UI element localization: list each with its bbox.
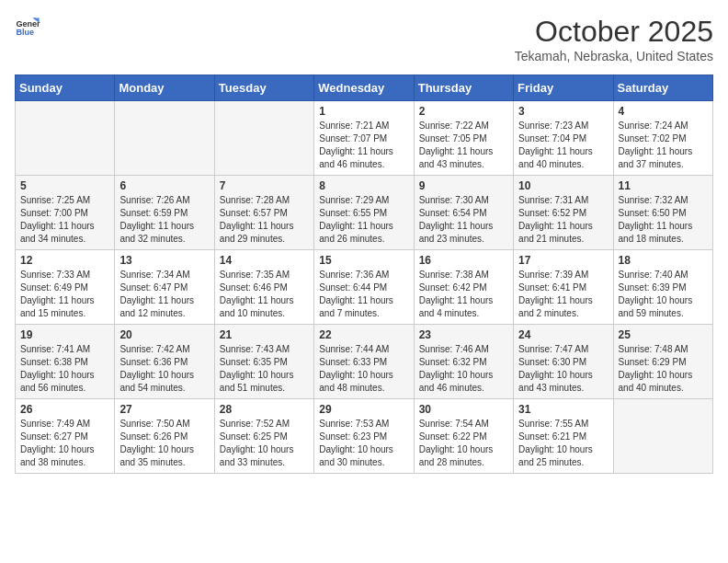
calendar-cell: 18Sunrise: 7:40 AM Sunset: 6:39 PM Dayli… [613,250,712,325]
month-title: October 2025 [515,15,713,49]
day-info: Sunrise: 7:22 AM Sunset: 7:05 PM Dayligh… [419,120,508,171]
calendar-cell: 26Sunrise: 7:49 AM Sunset: 6:27 PM Dayli… [16,399,115,474]
day-info: Sunrise: 7:46 AM Sunset: 6:32 PM Dayligh… [419,343,508,395]
day-number: 16 [419,254,508,267]
day-info: Sunrise: 7:41 AM Sunset: 6:38 PM Dayligh… [20,343,109,395]
calendar-cell [115,101,214,176]
calendar-cell: 29Sunrise: 7:53 AM Sunset: 6:23 PM Dayli… [314,399,414,474]
calendar-cell: 3Sunrise: 7:23 AM Sunset: 7:04 PM Daylig… [514,101,613,176]
day-number: 9 [419,179,508,192]
weekday-header-sunday: Sunday [16,75,115,101]
calendar-table: SundayMondayTuesdayWednesdayThursdayFrid… [15,75,713,474]
calendar-cell: 1Sunrise: 7:21 AM Sunset: 7:07 PM Daylig… [314,101,414,176]
day-number: 24 [518,328,608,341]
day-info: Sunrise: 7:36 AM Sunset: 6:44 PM Dayligh… [319,269,408,320]
day-number: 28 [220,403,309,416]
day-number: 8 [319,179,408,192]
day-info: Sunrise: 7:33 AM Sunset: 6:49 PM Dayligh… [20,269,109,320]
svg-text:Blue: Blue [16,28,34,37]
calendar-week-row: 19Sunrise: 7:41 AM Sunset: 6:38 PM Dayli… [16,325,713,399]
day-info: Sunrise: 7:25 AM Sunset: 7:00 PM Dayligh… [20,194,109,246]
day-number: 7 [220,179,309,192]
calendar-cell: 31Sunrise: 7:55 AM Sunset: 6:21 PM Dayli… [514,399,613,474]
day-number: 18 [619,254,708,267]
page-header: General Blue October 2025 Tekamah, Nebra… [15,15,713,63]
day-number: 19 [20,328,109,341]
day-info: Sunrise: 7:43 AM Sunset: 6:35 PM Dayligh… [220,343,309,395]
day-number: 25 [619,328,708,341]
day-number: 2 [419,105,508,118]
day-info: Sunrise: 7:47 AM Sunset: 6:30 PM Dayligh… [518,343,608,395]
calendar-week-row: 12Sunrise: 7:33 AM Sunset: 6:49 PM Dayli… [16,250,713,325]
weekday-header-wednesday: Wednesday [314,75,414,101]
day-number: 10 [518,179,608,192]
day-info: Sunrise: 7:24 AM Sunset: 7:02 PM Dayligh… [619,120,708,171]
calendar-week-row: 26Sunrise: 7:49 AM Sunset: 6:27 PM Dayli… [16,399,713,474]
day-info: Sunrise: 7:38 AM Sunset: 6:42 PM Dayligh… [419,269,508,320]
day-number: 11 [619,179,708,192]
day-info: Sunrise: 7:26 AM Sunset: 6:59 PM Dayligh… [119,194,209,246]
day-number: 20 [119,328,209,341]
weekday-header-monday: Monday [115,75,214,101]
calendar-cell: 14Sunrise: 7:35 AM Sunset: 6:46 PM Dayli… [214,250,313,325]
day-number: 17 [518,254,608,267]
calendar-cell: 23Sunrise: 7:46 AM Sunset: 6:32 PM Dayli… [414,325,513,399]
day-info: Sunrise: 7:21 AM Sunset: 7:07 PM Dayligh… [319,120,408,171]
day-info: Sunrise: 7:30 AM Sunset: 6:54 PM Dayligh… [419,194,508,246]
day-number: 21 [220,328,309,341]
day-number: 15 [319,254,408,267]
weekday-header-tuesday: Tuesday [214,75,313,101]
day-info: Sunrise: 7:39 AM Sunset: 6:41 PM Dayligh… [518,269,608,320]
day-number: 12 [20,254,109,267]
calendar-cell: 2Sunrise: 7:22 AM Sunset: 7:05 PM Daylig… [414,101,513,176]
calendar-cell: 16Sunrise: 7:38 AM Sunset: 6:42 PM Dayli… [414,250,513,325]
calendar-cell: 10Sunrise: 7:31 AM Sunset: 6:52 PM Dayli… [514,176,613,250]
calendar-cell: 27Sunrise: 7:50 AM Sunset: 6:26 PM Dayli… [115,399,214,474]
calendar-cell [613,399,712,474]
calendar-cell: 22Sunrise: 7:44 AM Sunset: 6:33 PM Dayli… [314,325,414,399]
day-number: 1 [319,105,408,118]
day-number: 29 [319,403,408,416]
day-info: Sunrise: 7:55 AM Sunset: 6:21 PM Dayligh… [518,418,608,469]
day-info: Sunrise: 7:23 AM Sunset: 7:04 PM Dayligh… [518,120,608,171]
calendar-cell: 9Sunrise: 7:30 AM Sunset: 6:54 PM Daylig… [414,176,513,250]
calendar-cell [16,101,115,176]
day-number: 26 [20,403,109,416]
calendar-cell: 6Sunrise: 7:26 AM Sunset: 6:59 PM Daylig… [115,176,214,250]
day-number: 27 [119,403,209,416]
day-number: 22 [319,328,408,341]
day-info: Sunrise: 7:40 AM Sunset: 6:39 PM Dayligh… [619,269,708,320]
calendar-cell: 25Sunrise: 7:48 AM Sunset: 6:29 PM Dayli… [613,325,712,399]
day-number: 6 [119,179,209,192]
day-number: 5 [20,179,109,192]
day-info: Sunrise: 7:42 AM Sunset: 6:36 PM Dayligh… [119,343,209,395]
calendar-week-row: 1Sunrise: 7:21 AM Sunset: 7:07 PM Daylig… [16,101,713,176]
day-number: 30 [419,403,508,416]
logo-icon: General Blue [15,15,40,40]
day-number: 4 [619,105,708,118]
day-info: Sunrise: 7:50 AM Sunset: 6:26 PM Dayligh… [119,418,209,469]
calendar-cell: 28Sunrise: 7:52 AM Sunset: 6:25 PM Dayli… [214,399,313,474]
calendar-cell: 7Sunrise: 7:28 AM Sunset: 6:57 PM Daylig… [214,176,313,250]
location: Tekamah, Nebraska, United States [515,49,713,63]
day-info: Sunrise: 7:32 AM Sunset: 6:50 PM Dayligh… [619,194,708,246]
day-info: Sunrise: 7:34 AM Sunset: 6:47 PM Dayligh… [119,269,209,320]
day-info: Sunrise: 7:29 AM Sunset: 6:55 PM Dayligh… [319,194,408,246]
day-info: Sunrise: 7:53 AM Sunset: 6:23 PM Dayligh… [319,418,408,469]
calendar-cell: 5Sunrise: 7:25 AM Sunset: 7:00 PM Daylig… [16,176,115,250]
logo: General Blue [15,15,40,40]
calendar-cell: 15Sunrise: 7:36 AM Sunset: 6:44 PM Dayli… [314,250,414,325]
calendar-week-row: 5Sunrise: 7:25 AM Sunset: 7:00 PM Daylig… [16,176,713,250]
weekday-header-friday: Friday [514,75,613,101]
calendar-cell: 4Sunrise: 7:24 AM Sunset: 7:02 PM Daylig… [613,101,712,176]
day-info: Sunrise: 7:28 AM Sunset: 6:57 PM Dayligh… [220,194,309,246]
day-number: 13 [119,254,209,267]
day-info: Sunrise: 7:35 AM Sunset: 6:46 PM Dayligh… [220,269,309,320]
calendar-cell: 12Sunrise: 7:33 AM Sunset: 6:49 PM Dayli… [16,250,115,325]
calendar-cell: 24Sunrise: 7:47 AM Sunset: 6:30 PM Dayli… [514,325,613,399]
weekday-header-row: SundayMondayTuesdayWednesdayThursdayFrid… [16,75,713,101]
calendar-cell: 11Sunrise: 7:32 AM Sunset: 6:50 PM Dayli… [613,176,712,250]
day-number: 23 [419,328,508,341]
calendar-cell: 20Sunrise: 7:42 AM Sunset: 6:36 PM Dayli… [115,325,214,399]
day-number: 14 [220,254,309,267]
